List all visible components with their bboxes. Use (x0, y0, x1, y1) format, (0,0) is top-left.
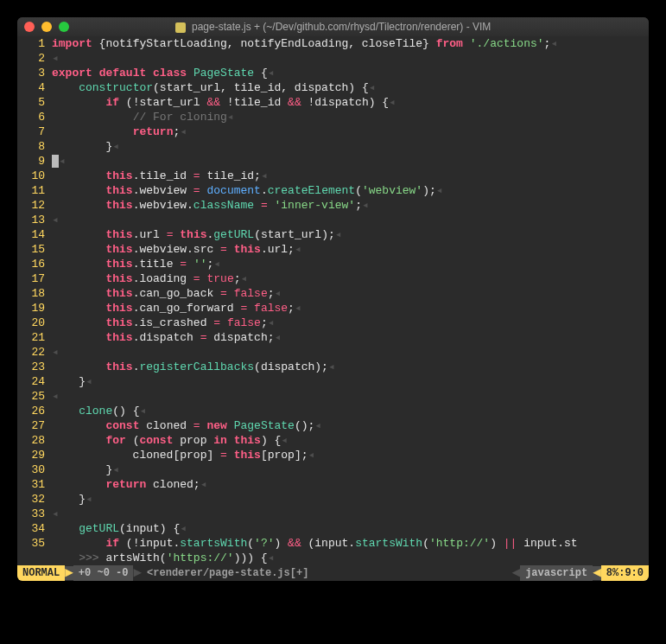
cursor (52, 155, 59, 168)
separator-icon: ◀ (593, 566, 601, 580)
line-number: 34 (17, 521, 45, 536)
line-number: 15 (17, 242, 45, 257)
separator-icon: ▶ (65, 566, 73, 580)
filetype: javascript (520, 565, 593, 581)
code-area[interactable]: import {notifyStartLoading, notifyEndLoa… (52, 36, 649, 565)
code-line: ◂ (52, 154, 649, 169)
code-line: ◂ (52, 51, 649, 66)
file-path: <renderer/page-state.js[+] (142, 565, 511, 581)
window-title: page-state.js + (~/Dev/github.com/rhysd/… (17, 21, 649, 33)
line-number: 32 (17, 492, 45, 507)
line-number: 5 (17, 95, 45, 110)
line-number: 28 (17, 433, 45, 448)
code-line: return cloned;◂ (52, 477, 649, 492)
code-line: }◂ (52, 462, 649, 477)
line-number: 4 (17, 80, 45, 95)
line-number: 27 (17, 418, 45, 433)
code-line: this.tile_id = tile_id;◂ (52, 169, 649, 183)
line-number: 24 (17, 374, 45, 389)
git-status: +0 ~0 -0 (73, 565, 134, 581)
close-icon[interactable] (24, 22, 35, 32)
position-info: 8% : 9: 0 (601, 565, 649, 581)
code-line: this.registerCallbacks(dispatch);◂ (52, 360, 649, 374)
statusline: NORMAL ▶ +0 ~0 -0 ▶ <renderer/page-state… (17, 565, 649, 581)
code-line: // For cloning◂ (52, 110, 649, 124)
traffic-lights (24, 22, 69, 32)
percent: 8% (606, 567, 618, 579)
code-line: this.is_crashed = false;◂ (52, 316, 649, 330)
code-line: this.title = '';◂ (52, 257, 649, 271)
code-line: this.url = this.getURL(start_url);◂ (52, 227, 649, 242)
code-line: return;◂ (52, 124, 649, 139)
code-line: if (!input.startsWith('?') && (input.sta… (52, 536, 649, 551)
line-number: 9 (17, 154, 45, 169)
col-no: 0 (637, 567, 644, 579)
code-line: this.can_go_back = false;◂ (52, 286, 649, 301)
vim-mode: NORMAL (17, 565, 65, 581)
code-line: ◂ (52, 507, 649, 521)
maximize-icon[interactable] (59, 22, 69, 32)
line-number-gutter: 1234567891011121314151617181920212223242… (17, 36, 52, 565)
code-line: }◂ (52, 139, 649, 154)
code-line: if (!start_url && !tile_id && !dispatch)… (52, 95, 649, 110)
line-number: 1 (17, 36, 45, 51)
line-number: 17 (17, 271, 45, 286)
line-number: 19 (17, 301, 45, 316)
code-line: this.webview.src = this.url;◂ (52, 242, 649, 257)
code-line: clone() {◂ (52, 404, 649, 418)
code-line: >>> artsWith('https://'))) {◂ (52, 551, 649, 565)
separator-icon: ▶ (133, 566, 142, 580)
line-number: 30 (17, 462, 45, 477)
line-number: 7 (17, 124, 45, 139)
line-number: 3 (17, 66, 45, 80)
code-line: import {notifyStartLoading, notifyEndLoa… (52, 36, 649, 51)
title-text: page-state.js + (~/Dev/github.com/rhysd/… (192, 21, 491, 33)
line-number: 8 (17, 139, 45, 154)
terminal-window: page-state.js + (~/Dev/github.com/rhysd/… (17, 17, 649, 581)
line-number: 12 (17, 198, 45, 213)
line-number: 33 (17, 507, 45, 521)
line-number: 18 (17, 286, 45, 301)
titlebar[interactable]: page-state.js + (~/Dev/github.com/rhysd/… (17, 17, 649, 36)
line-number: 6 (17, 110, 45, 124)
code-line: for (const prop in this) {◂ (52, 433, 649, 448)
line-number: 10 (17, 169, 45, 183)
line-number: 14 (17, 227, 45, 242)
line-number: 26 (17, 404, 45, 418)
line-number: 2 (17, 51, 45, 66)
file-icon (175, 22, 186, 33)
separator-icon: ◀ (511, 566, 520, 580)
code-line: }◂ (52, 374, 649, 389)
line-number: 35 (17, 536, 45, 551)
line-number: 23 (17, 360, 45, 374)
code-line: getURL(input) {◂ (52, 521, 649, 536)
code-line: ◂ (52, 345, 649, 360)
code-line: cloned[prop] = this[prop];◂ (52, 448, 649, 462)
line-number: 31 (17, 477, 45, 492)
code-line: }◂ (52, 492, 649, 507)
code-line: constructor(start_url, tile_id, dispatch… (52, 80, 649, 95)
line-number: 20 (17, 316, 45, 330)
line-number: 22 (17, 345, 45, 360)
minimize-icon[interactable] (41, 22, 52, 32)
line-number: 29 (17, 448, 45, 462)
line-number: 13 (17, 213, 45, 227)
line-number: 16 (17, 257, 45, 271)
code-line: ◂ (52, 213, 649, 227)
editor[interactable]: 1234567891011121314151617181920212223242… (17, 36, 649, 565)
code-line: export default class PageState {◂ (52, 66, 649, 80)
line-number: 21 (17, 330, 45, 345)
code-line: this.can_go_forward = false;◂ (52, 301, 649, 316)
line-number: 25 (17, 389, 45, 404)
line-number: 11 (17, 183, 45, 198)
line-no: 9 (625, 567, 631, 579)
code-line: this.webview = document.createElement('w… (52, 183, 649, 198)
code-line: const cloned = new PageState();◂ (52, 418, 649, 433)
code-line: this.dispatch = dispatch;◂ (52, 330, 649, 345)
code-line: this.loading = true;◂ (52, 271, 649, 286)
code-line: ◂ (52, 389, 649, 404)
code-line: this.webview.className = 'inner-view';◂ (52, 198, 649, 213)
